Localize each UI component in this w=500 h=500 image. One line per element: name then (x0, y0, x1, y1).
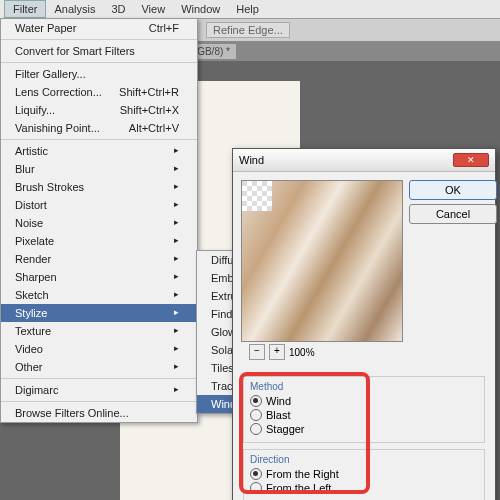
filter-digimarc[interactable]: Digimarc (1, 381, 197, 399)
filter-smart[interactable]: Convert for Smart Filters (1, 42, 197, 60)
filter-vanish[interactable]: Vanishing Point...Alt+Ctrl+V (1, 119, 197, 137)
filter-video[interactable]: Video (1, 340, 197, 358)
cancel-button[interactable]: Cancel (409, 204, 497, 224)
radio-wind[interactable]: Wind (250, 394, 478, 408)
filter-liquify[interactable]: Liquify...Shift+Ctrl+X (1, 101, 197, 119)
filter-stylize[interactable]: Stylize (1, 304, 197, 322)
wind-dialog: Wind ✕ − + 100% OK Cancel Method Wind Bl… (232, 148, 496, 500)
refine-edge-button[interactable]: Refine Edge... (206, 22, 290, 38)
zoom-in-button[interactable]: + (269, 344, 285, 360)
menu-analysis[interactable]: Analysis (46, 1, 103, 17)
zoom-out-button[interactable]: − (249, 344, 265, 360)
close-icon[interactable]: ✕ (453, 153, 489, 167)
menu-help[interactable]: Help (228, 1, 267, 17)
radio-stagger[interactable]: Stagger (250, 422, 478, 436)
filter-browse[interactable]: Browse Filters Online... (1, 404, 197, 422)
method-group: Method Wind Blast Stagger (243, 376, 485, 443)
filter-gallery[interactable]: Filter Gallery... (1, 65, 197, 83)
direction-label: Direction (250, 454, 478, 465)
filter-lens[interactable]: Lens Correction...Shift+Ctrl+R (1, 83, 197, 101)
ok-button[interactable]: OK (409, 180, 497, 200)
filter-noise[interactable]: Noise (1, 214, 197, 232)
filter-blur[interactable]: Blur (1, 160, 197, 178)
menu-3d[interactable]: 3D (103, 1, 133, 17)
filter-texture[interactable]: Texture (1, 322, 197, 340)
filter-dropdown: Water PaperCtrl+F Convert for Smart Filt… (0, 18, 198, 423)
filter-sketch[interactable]: Sketch (1, 286, 197, 304)
filter-brush[interactable]: Brush Strokes (1, 178, 197, 196)
radio-from-right[interactable]: From the Right (250, 467, 478, 481)
menubar: Filter Analysis 3D View Window Help (0, 0, 500, 19)
filter-last[interactable]: Water PaperCtrl+F (1, 19, 197, 37)
radio-blast[interactable]: Blast (250, 408, 478, 422)
direction-group: Direction From the Right From the Left (243, 449, 485, 500)
filter-distort[interactable]: Distort (1, 196, 197, 214)
menu-filter[interactable]: Filter (4, 0, 46, 18)
filter-sharpen[interactable]: Sharpen (1, 268, 197, 286)
filter-artistic[interactable]: Artistic (1, 142, 197, 160)
dialog-title: Wind (239, 154, 264, 166)
method-label: Method (250, 381, 478, 392)
preview-area[interactable] (241, 180, 403, 342)
menu-window[interactable]: Window (173, 1, 228, 17)
zoom-value: 100% (289, 347, 315, 358)
radio-from-left[interactable]: From the Left (250, 481, 478, 495)
filter-render[interactable]: Render (1, 250, 197, 268)
filter-pixelate[interactable]: Pixelate (1, 232, 197, 250)
filter-other[interactable]: Other (1, 358, 197, 376)
menu-view[interactable]: View (133, 1, 173, 17)
